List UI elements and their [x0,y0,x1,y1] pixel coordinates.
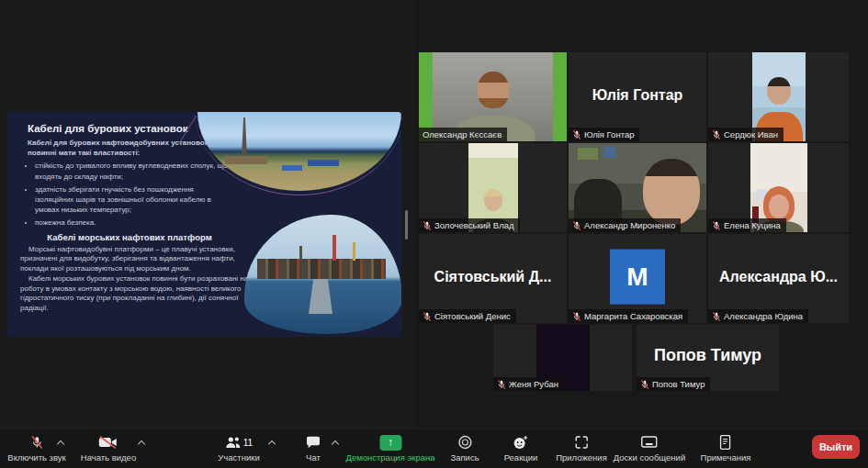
record-icon [457,435,472,450]
slide-bullet: стійкість до тривалого впливу вуглеводне… [35,161,232,181]
presentation-slide: Кабелі для бурових установок Кабелі для … [7,112,401,337]
whiteboards-button[interactable]: Доски сообщений [614,434,685,462]
share-screen-button[interactable]: ↑ Демонстрация экрана [345,434,434,462]
unmute-button[interactable]: Включить звук [7,434,65,462]
apps-button[interactable]: Приложения [556,434,607,462]
participant-display-name: Александра Ю... [708,269,849,285]
participant-name-chip: Маргарита Сахаровская [569,309,688,323]
participant-name-chip: Юлія Гонтар [569,128,639,141]
participants-button[interactable]: 11 Участники [218,434,259,462]
slide-bullet-list: стійкість до тривалого впливу вуглеводне… [35,161,232,228]
participant-tile-zolochevskyi[interactable]: Золочевський Влад [419,143,567,232]
muted-mic-icon [423,221,432,230]
participant-tile-yudina[interactable]: Александра Ю... Александра Юдина [708,234,849,323]
participant-tile-serdyuk[interactable]: Сердюк Иван [708,52,849,141]
participants-count: 11 [243,438,253,448]
participant-name-chip: Елена Куцина [708,218,786,232]
offshore-platform-photo [244,215,401,334]
slide-paragraph: Кабелі морських бурових установок повинн… [20,274,257,314]
notes-button[interactable]: Примечания [701,434,751,462]
reactions-button[interactable]: Реакции [504,434,538,462]
participant-display-name: Юлія Гонтар [569,87,706,104]
muted-mic-icon [572,221,581,230]
slide-paragraph: Морські нафтовидобувні платформи – це пл… [20,245,257,274]
apps-icon [574,435,589,450]
leave-meeting-button[interactable]: Выйти [812,435,860,459]
participant-name-chip: Александр Мироненко [569,218,681,232]
muted-mic-icon [640,380,649,389]
participant-display-name: Попов Тимур [637,346,779,365]
participant-name-chip: Женя Рубан [493,377,564,391]
participant-name-chip: Сердюк Иван [708,128,783,141]
muted-mic-icon [423,312,432,321]
participants-options-chevron[interactable] [268,440,276,447]
muted-mic-icon [712,130,721,139]
share-screen-icon: ↑ [379,435,401,451]
meeting-toolbar: Включить звук Начать видео 11 Участники … [0,429,868,468]
participant-name-chip: Олександр Кєссаєв [419,128,507,141]
participants-icon [225,436,242,449]
muted-mic-icon [572,130,581,139]
participant-tile-popov[interactable]: Попов Тимур Попов Тимур [637,325,779,391]
participant-tile-kessaev[interactable]: Олександр Кєссаєв [419,52,567,141]
panel-resize-handle[interactable] [405,210,408,240]
participant-tile-sakharovskaya[interactable]: М Маргарита Сахаровская [569,234,706,323]
participant-tile-kutsina[interactable]: Елена Куцина [708,143,849,232]
start-video-button[interactable]: Начать видео [81,434,136,462]
muted-mic-icon [712,312,721,321]
slide-intro: Кабелі для бурових нафтовидобувних устан… [28,138,222,158]
muted-mic-icon [572,312,581,321]
slide-bullet: здатність зберігати гнучкість без пошкод… [35,184,232,216]
zoom-meeting-window: Кабелі для бурових установок Кабелі для … [0,0,868,468]
chat-button[interactable]: Чат [306,434,321,462]
camera-off-icon [98,436,118,449]
reactions-icon [513,435,529,450]
whiteboard-icon [641,436,658,449]
slide-bullet: пожежна безпека. [35,217,232,228]
participant-tile-mironenko[interactable]: Александр Мироненко [569,143,706,232]
record-button[interactable]: Запись [450,434,479,462]
participant-name-chip: Александра Юдина [708,309,808,323]
participant-name-chip: Золочевський Влад [419,218,520,232]
chat-options-chevron[interactable] [332,440,339,447]
mic-muted-icon [30,435,43,450]
muted-mic-icon [712,221,721,230]
notes-icon [719,435,732,450]
participant-display-name: Сіятовський Д... [419,269,567,285]
participant-name-chip: Попов Тимур [637,377,710,391]
slide-subtitle: Кабелі морських нафтових платформ [33,232,226,242]
video-options-chevron[interactable] [138,440,145,447]
participant-tile-ruban[interactable]: Женя Рубан [493,325,632,391]
chat-icon [306,436,321,449]
avatar: М [610,249,665,304]
participant-name-chip: Сіятовський Денис [419,309,516,323]
participant-tile-gontar[interactable]: Юлія Гонтар Юлія Гонтар [569,52,706,141]
participant-tile-siyatovskyi[interactable]: Сіятовський Д... Сіятовський Денис [419,234,567,323]
shared-screen-area: Кабелі для бурових установок Кабелі для … [0,0,415,429]
audio-options-chevron[interactable] [57,440,64,447]
muted-mic-icon [497,380,506,389]
